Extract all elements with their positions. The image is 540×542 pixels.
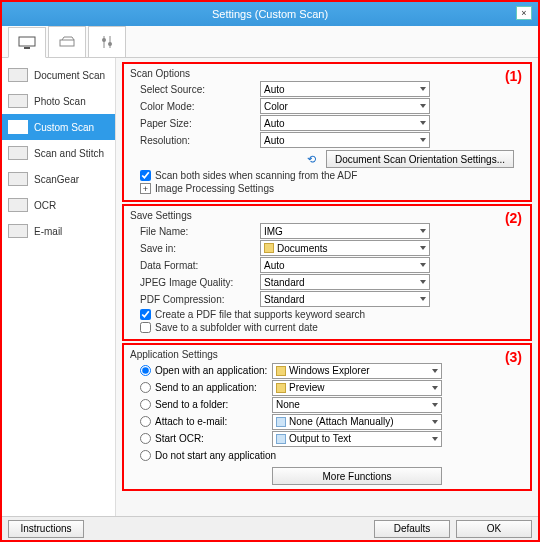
sidebar-item-email[interactable]: E-mail — [2, 218, 115, 244]
sidebar-item-label: Scan and Stitch — [34, 148, 104, 159]
instructions-button[interactable]: Instructions — [8, 520, 84, 538]
select-source-label: Select Source: — [140, 84, 260, 95]
plus-icon: + — [140, 183, 151, 194]
bottom-bar: Instructions Defaults OK — [2, 516, 538, 540]
save-settings-legend: Save Settings — [130, 210, 524, 221]
svg-rect-2 — [60, 40, 74, 46]
sidebar-item-label: Photo Scan — [34, 96, 86, 107]
color-mode-label: Color Mode: — [140, 101, 260, 112]
scan-options-legend: Scan Options — [130, 68, 524, 79]
sidebar-item-scan-and-stitch[interactable]: Scan and Stitch — [2, 140, 115, 166]
paper-size-label: Paper Size: — [140, 118, 260, 129]
close-icon[interactable]: × — [516, 6, 532, 20]
scan-both-sides-checkbox[interactable]: Scan both sides when scanning from the A… — [140, 170, 524, 181]
start-ocr-radio[interactable]: Start OCR: — [140, 433, 272, 444]
send-to-app-dropdown[interactable]: Preview — [272, 380, 442, 396]
folder-icon — [276, 366, 286, 376]
custom-scan-icon — [8, 120, 28, 134]
do-not-start-radio[interactable]: Do not start any application — [140, 450, 276, 461]
top-tab-scan-from-panel[interactable] — [48, 26, 86, 57]
svg-point-6 — [108, 42, 112, 46]
application-settings-legend: Application Settings — [130, 349, 524, 360]
app-icon — [276, 417, 286, 427]
ok-button[interactable]: OK — [456, 520, 532, 538]
svg-point-5 — [102, 38, 106, 42]
more-functions-button[interactable]: More Functions — [272, 467, 442, 485]
sidebar-item-label: Document Scan — [34, 70, 105, 81]
sidebar-item-label: E-mail — [34, 226, 62, 237]
subfolder-date-checkbox[interactable]: Save to a subfolder with current date — [140, 322, 524, 333]
monitor-icon — [18, 36, 36, 50]
send-to-app-radio[interactable]: Send to an application: — [140, 382, 272, 393]
email-icon — [8, 224, 28, 238]
sidebar-item-custom-scan[interactable]: Custom Scan — [2, 114, 115, 140]
window-title: Settings (Custom Scan) — [212, 8, 328, 20]
data-format-dropdown[interactable]: Auto — [260, 257, 430, 273]
settings-window: Settings (Custom Scan) × Document Scan — [0, 0, 540, 542]
top-tabs — [2, 26, 538, 58]
attach-email-radio[interactable]: Attach to e-mail: — [140, 416, 272, 427]
svg-rect-0 — [19, 37, 35, 46]
svg-rect-1 — [24, 47, 30, 49]
jpeg-quality-dropdown[interactable]: Standard — [260, 274, 430, 290]
scan-stitch-icon — [8, 146, 28, 160]
image-processing-expander[interactable]: + Image Processing Settings — [140, 183, 524, 194]
sidebar-item-photo-scan[interactable]: Photo Scan — [2, 88, 115, 114]
document-scan-icon — [8, 68, 28, 82]
jpeg-quality-label: JPEG Image Quality: — [140, 277, 260, 288]
scan-options-panel: (1) Scan Options Select Source: Auto Col… — [122, 62, 532, 202]
sidebar-item-label: OCR — [34, 200, 56, 211]
save-settings-panel: (2) Save Settings File Name: IMG Save in… — [122, 204, 532, 341]
data-format-label: Data Format: — [140, 260, 260, 271]
send-to-folder-dropdown[interactable]: None — [272, 397, 442, 413]
send-to-folder-radio[interactable]: Send to a folder: — [140, 399, 272, 410]
color-mode-dropdown[interactable]: Color — [260, 98, 430, 114]
window-body: Document Scan Photo Scan Custom Scan Sca… — [2, 26, 538, 516]
open-with-app-radio[interactable]: Open with an application: — [140, 365, 272, 376]
panel-annotation-2: (2) — [505, 210, 522, 226]
sliders-icon — [100, 35, 114, 49]
folder-icon — [276, 383, 286, 393]
file-name-label: File Name: — [140, 226, 260, 237]
titlebar: Settings (Custom Scan) × — [2, 2, 538, 26]
application-settings-panel: (3) Application Settings Open with an ap… — [122, 343, 532, 491]
sidebar-item-scangear[interactable]: ScanGear — [2, 166, 115, 192]
restore-defaults-icon[interactable]: ⟲ — [307, 153, 316, 166]
start-ocr-dropdown[interactable]: Output to Text — [272, 431, 442, 447]
paper-size-dropdown[interactable]: Auto — [260, 115, 430, 131]
attach-email-dropdown[interactable]: None (Attach Manually) — [272, 414, 442, 430]
save-in-dropdown[interactable]: Documents — [260, 240, 430, 256]
top-tab-general[interactable] — [88, 26, 126, 57]
photo-scan-icon — [8, 94, 28, 108]
defaults-button[interactable]: Defaults — [374, 520, 450, 538]
sidebar-item-ocr[interactable]: OCR — [2, 192, 115, 218]
save-in-label: Save in: — [140, 243, 260, 254]
orientation-settings-button[interactable]: Document Scan Orientation Settings... — [326, 150, 514, 168]
panel-annotation-1: (1) — [505, 68, 522, 84]
ocr-icon — [8, 198, 28, 212]
pdf-keyword-checkbox[interactable]: Create a PDF file that supports keyword … — [140, 309, 524, 320]
sidebar-item-document-scan[interactable]: Document Scan — [2, 62, 115, 88]
top-tab-scan-from-computer[interactable] — [8, 27, 46, 58]
app-icon — [276, 434, 286, 444]
pdf-compression-label: PDF Compression: — [140, 294, 260, 305]
content-area: (1) Scan Options Select Source: Auto Col… — [116, 58, 538, 516]
scangear-icon — [8, 172, 28, 186]
scanner-icon — [58, 35, 76, 49]
main-row: Document Scan Photo Scan Custom Scan Sca… — [2, 58, 538, 516]
sidebar: Document Scan Photo Scan Custom Scan Sca… — [2, 58, 116, 516]
select-source-dropdown[interactable]: Auto — [260, 81, 430, 97]
pdf-compression-dropdown[interactable]: Standard — [260, 291, 430, 307]
resolution-dropdown[interactable]: Auto — [260, 132, 430, 148]
file-name-field[interactable]: IMG — [260, 223, 430, 239]
open-with-app-dropdown[interactable]: Windows Explorer — [272, 363, 442, 379]
sidebar-item-label: ScanGear — [34, 174, 79, 185]
resolution-label: Resolution: — [140, 135, 260, 146]
sidebar-item-label: Custom Scan — [34, 122, 94, 133]
folder-icon — [264, 243, 274, 253]
panel-annotation-3: (3) — [505, 349, 522, 365]
